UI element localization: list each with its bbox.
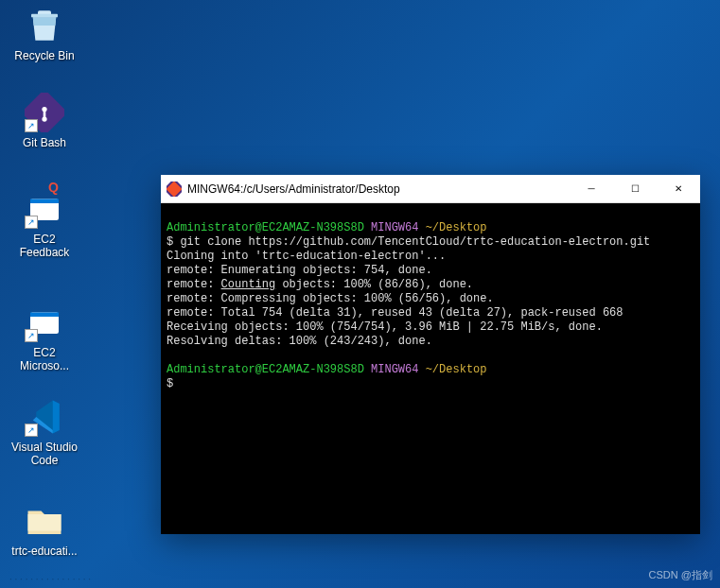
folder-icon	[25, 501, 64, 541]
ec2-microsoft-icon: ↗	[25, 303, 64, 342]
counting-underlined: Counting	[221, 278, 276, 291]
icon-label: Git Bash	[23, 136, 66, 149]
desktop-icon-ec2-microsoft[interactable]: ↗ EC2 Microso...	[8, 303, 81, 373]
svg-rect-7	[30, 199, 59, 204]
close-button[interactable]: ✕	[657, 175, 700, 202]
window-title: MINGW64:/c/Users/Administrator/Desktop	[187, 182, 570, 196]
svg-rect-1	[31, 14, 58, 18]
shortcut-arrow-icon: ↗	[25, 216, 38, 229]
ec2-feedback-icon: Q ↗	[25, 189, 64, 229]
command-text: git clone https://github.com/TencentClou…	[180, 235, 650, 249]
output-line: remote: Compressing objects: 100% (56/56…	[167, 292, 494, 305]
cursor-line: $	[167, 377, 173, 390]
command-line: $ git clone https://github.com/TencentCl…	[167, 235, 650, 249]
shortcut-arrow-icon: ↗	[25, 119, 38, 132]
output-line: Cloning into 'trtc-education-electron'..…	[167, 250, 446, 263]
titlebar[interactable]: MINGW64:/c/Users/Administrator/Desktop ─…	[161, 175, 700, 203]
shortcut-arrow-icon: ↗	[25, 424, 38, 437]
icon-label: trtc-educati...	[11, 545, 77, 558]
svg-rect-5	[44, 110, 46, 120]
output-line: remote: Total 754 (delta 31), reused 43 …	[167, 306, 623, 320]
git-bash-titlebar-icon	[167, 182, 182, 197]
output-line: Resolving deltas: 100% (243/243), done.	[167, 335, 432, 348]
icon-label: EC2 Feedback	[20, 233, 70, 260]
maximize-button[interactable]: ☐	[613, 175, 657, 202]
icon-label: Visual Studio Code	[11, 441, 78, 468]
desktop-icon-ec2-feedback[interactable]: Q ↗ EC2 Feedback	[8, 189, 81, 260]
dollar-sign: $	[167, 235, 173, 249]
bottom-blur-text: · · · · · · · · · · · · · · · ·	[9, 574, 91, 584]
window-controls: ─ ☐ ✕	[570, 175, 700, 202]
output-line: Receiving objects: 100% (754/754), 3.96 …	[167, 320, 603, 334]
git-bash-icon: ↗	[25, 93, 64, 132]
badge-q-icon: Q	[48, 180, 59, 195]
output-line: remote: Counting objects: 100% (86/86), …	[167, 278, 473, 291]
terminal-body[interactable]: Administrator@EC2AMAZ-N398S8D MINGW64 ~/…	[161, 203, 700, 534]
prompt-env: MINGW64	[371, 363, 418, 376]
desktop-icon-recycle-bin[interactable]: Recycle Bin	[8, 6, 81, 62]
svg-rect-9	[30, 313, 59, 318]
prompt-user: Administrator@EC2AMAZ-N398S8D	[167, 221, 364, 234]
csdn-watermark: CSDN @指剑	[649, 568, 712, 582]
minimize-button[interactable]: ─	[570, 175, 613, 202]
git-bash-window: MINGW64:/c/Users/Administrator/Desktop ─…	[161, 175, 700, 534]
shortcut-arrow-icon: ↗	[25, 329, 38, 342]
prompt-line: Administrator@EC2AMAZ-N398S8D MINGW64 ~/…	[167, 221, 486, 234]
icon-label: EC2 Microso...	[20, 346, 69, 373]
desktop-icon-trtc-folder[interactable]: trtc-educati...	[8, 501, 81, 558]
prompt-path: ~/Desktop	[426, 221, 487, 234]
output-line: remote: Enumerating objects: 754, done.	[167, 264, 432, 277]
desktop-icon-git-bash[interactable]: ↗ Git Bash	[8, 93, 81, 149]
icon-label: Recycle Bin	[14, 49, 74, 62]
prompt-path: ~/Desktop	[426, 363, 487, 376]
prompt-user: Administrator@EC2AMAZ-N398S8D	[167, 363, 364, 376]
desktop-icon-vscode[interactable]: ↗ Visual Studio Code	[8, 397, 81, 468]
prompt-line: Administrator@EC2AMAZ-N398S8D MINGW64 ~/…	[167, 363, 486, 376]
recycle-bin-icon	[25, 6, 64, 45]
vscode-icon: ↗	[25, 397, 64, 437]
prompt-env: MINGW64	[371, 221, 418, 234]
